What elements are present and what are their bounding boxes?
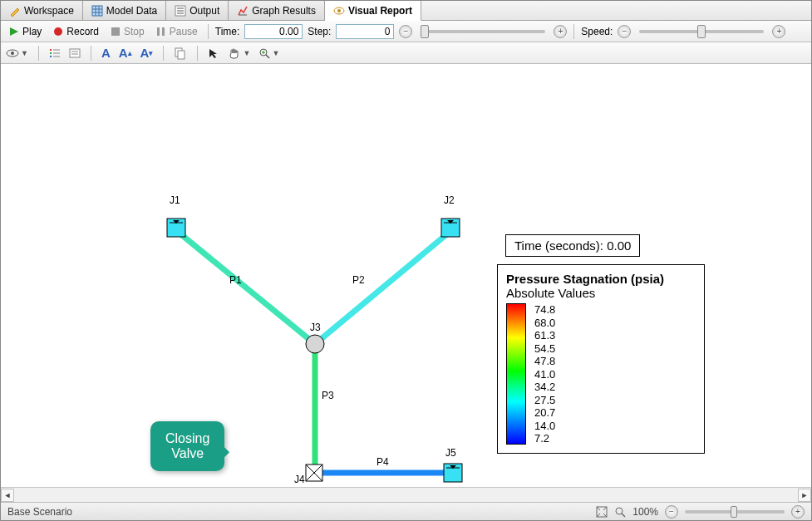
record-label: Record bbox=[66, 26, 99, 37]
visibility-toggle-button[interactable]: ▼ bbox=[6, 47, 28, 59]
zoom-slider[interactable] bbox=[685, 510, 785, 514]
list-icon bbox=[175, 5, 186, 17]
font-increase-button[interactable]: A▴ bbox=[119, 46, 132, 60]
svg-rect-20 bbox=[50, 52, 52, 54]
svg-rect-25 bbox=[70, 49, 80, 57]
chart-icon bbox=[237, 5, 249, 17]
tab-output[interactable]: Output bbox=[166, 1, 229, 20]
speed-minus-button[interactable]: − bbox=[618, 25, 631, 38]
pipe-p1 bbox=[178, 232, 315, 344]
label-j1: J1 bbox=[170, 194, 180, 206]
color-bar bbox=[506, 303, 526, 445]
record-button[interactable]: Record bbox=[50, 25, 102, 38]
svg-rect-15 bbox=[157, 27, 160, 36]
tab-visual-report[interactable]: Visual Report bbox=[325, 1, 421, 21]
pause-button[interactable]: Pause bbox=[153, 25, 201, 38]
svg-line-50 bbox=[597, 514, 600, 517]
legend-value: 68.0 bbox=[534, 317, 555, 329]
svg-point-18 bbox=[11, 52, 14, 55]
zoom-out-button[interactable]: − bbox=[665, 505, 678, 519]
callout-line2: Valve bbox=[165, 446, 209, 461]
timeline-minus-button[interactable]: − bbox=[399, 25, 412, 38]
svg-rect-16 bbox=[162, 27, 165, 36]
magnifier-icon[interactable] bbox=[614, 506, 626, 518]
timeline-plus-button[interactable]: + bbox=[554, 25, 567, 38]
label-j3: J3 bbox=[310, 322, 321, 333]
main-tabs: Workspace Model Data Output Graph Result… bbox=[1, 1, 811, 21]
eye-icon bbox=[333, 5, 345, 17]
svg-rect-14 bbox=[111, 27, 120, 36]
svg-marker-30 bbox=[209, 49, 217, 58]
svg-rect-19 bbox=[50, 49, 52, 51]
legend-value: 41.0 bbox=[534, 368, 555, 381]
speed-slider[interactable] bbox=[639, 30, 764, 33]
svg-point-13 bbox=[54, 27, 62, 36]
copy-icon bbox=[174, 47, 187, 60]
fit-to-window-icon[interactable] bbox=[596, 506, 608, 518]
legend-value: 14.0 bbox=[534, 420, 555, 432]
svg-point-52 bbox=[616, 508, 623, 514]
tab-model-data[interactable]: Model Data bbox=[83, 1, 166, 20]
tab-workspace[interactable]: Workspace bbox=[1, 1, 83, 20]
speed-label: Speed: bbox=[581, 26, 613, 37]
play-button[interactable]: Play bbox=[6, 25, 45, 38]
zoom-in-button[interactable]: + bbox=[791, 505, 805, 519]
separator bbox=[163, 46, 164, 61]
label-j5: J5 bbox=[445, 447, 456, 459]
record-icon bbox=[53, 27, 63, 37]
text-box-button[interactable] bbox=[69, 47, 81, 59]
label-p3: P3 bbox=[322, 390, 334, 401]
pause-icon bbox=[156, 27, 166, 37]
scroll-track[interactable] bbox=[14, 489, 798, 502]
svg-marker-12 bbox=[10, 27, 18, 36]
step-label: Step: bbox=[308, 26, 331, 37]
font-color-button[interactable]: A bbox=[101, 46, 111, 60]
playback-toolbar: Play Record Stop Pause Time: Step: − + S… bbox=[1, 21, 811, 42]
legend-value: 47.8 bbox=[534, 355, 555, 367]
time-input[interactable] bbox=[244, 24, 303, 39]
horizontal-scrollbar[interactable]: ◄ ► bbox=[1, 487, 811, 502]
junction-j3 bbox=[306, 335, 324, 353]
scroll-left-button[interactable]: ◄ bbox=[1, 489, 14, 502]
copy-button[interactable] bbox=[174, 47, 187, 60]
annotation-callout: Closing Valve bbox=[150, 421, 224, 471]
legend-subtitle: Absolute Values bbox=[506, 286, 696, 300]
timeline-slider[interactable] bbox=[421, 30, 545, 33]
scroll-right-button[interactable]: ► bbox=[798, 489, 811, 502]
stop-button[interactable]: Stop bbox=[107, 25, 148, 38]
label-j4: J4 bbox=[294, 474, 305, 485]
text-box-icon bbox=[69, 47, 81, 59]
label-p1: P1 bbox=[229, 274, 242, 286]
zoom-tool-button[interactable]: ▼ bbox=[258, 47, 279, 59]
list-view-button[interactable] bbox=[49, 47, 61, 59]
svg-line-48 bbox=[597, 507, 600, 510]
legend-values: 74.8 68.0 61.3 54.5 47.8 41.0 34.2 27.5 … bbox=[534, 303, 555, 445]
speed-plus-button[interactable]: + bbox=[772, 25, 785, 38]
view-toolbar: ▼ A A▴ A▾ ▼ ▼ bbox=[1, 42, 811, 64]
scenario-name: Base Scenario bbox=[7, 506, 72, 518]
legend-value: 61.3 bbox=[534, 329, 555, 342]
tab-label: Output bbox=[189, 5, 219, 17]
svg-point-11 bbox=[337, 9, 341, 12]
cursor-icon bbox=[208, 47, 219, 59]
zoom-percent: 100% bbox=[632, 506, 658, 518]
pipe-p2 bbox=[315, 232, 450, 344]
svg-line-49 bbox=[603, 507, 607, 510]
tab-label: Model Data bbox=[106, 5, 157, 17]
svg-rect-0 bbox=[92, 6, 102, 16]
step-input[interactable] bbox=[336, 24, 394, 39]
time-readout: Time (seconds): 0.00 bbox=[505, 234, 640, 257]
diagram-canvas[interactable]: J1 J2 J3 J4 J5 P1 P2 P3 P4 Closing Valve… bbox=[1, 64, 811, 487]
legend-value: 7.2 bbox=[534, 432, 555, 445]
stop-label: Stop bbox=[124, 26, 145, 37]
tab-graph-results[interactable]: Graph Results bbox=[229, 1, 325, 20]
play-label: Play bbox=[22, 26, 42, 37]
tab-label: Workspace bbox=[24, 5, 74, 17]
font-decrease-button[interactable]: A▾ bbox=[140, 46, 154, 60]
svg-line-51 bbox=[603, 514, 607, 517]
pan-tool-button[interactable]: ▼ bbox=[228, 47, 250, 60]
time-label: Time: bbox=[215, 26, 240, 37]
pointer-tool-button[interactable] bbox=[208, 47, 219, 59]
tab-label: Visual Report bbox=[348, 5, 412, 17]
label-p4: P4 bbox=[376, 456, 389, 468]
